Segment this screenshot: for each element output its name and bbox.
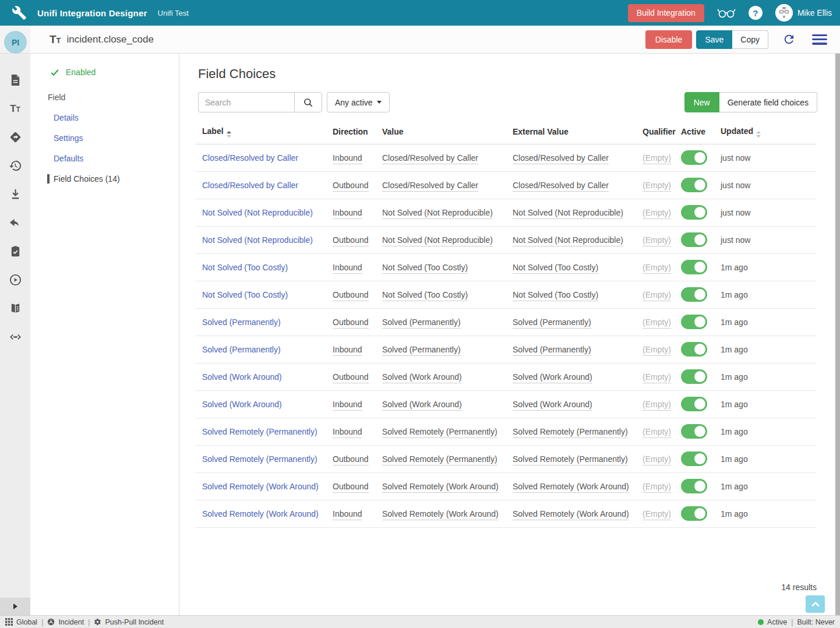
value-cell[interactable]: Not Solved (Not Reproducible) bbox=[382, 208, 493, 219]
help-icon[interactable]: ? bbox=[749, 6, 763, 20]
direction-cell[interactable]: Outbound bbox=[333, 290, 369, 301]
value-cell[interactable]: Solved (Permanently) bbox=[382, 345, 461, 356]
value-cell[interactable]: Not Solved (Too Costly) bbox=[382, 290, 468, 301]
qualifier-cell[interactable]: (Empty) bbox=[643, 400, 671, 411]
external-value-cell[interactable]: Not Solved (Too Costly) bbox=[513, 290, 598, 301]
external-value-cell[interactable]: Closed/Resolved by Caller bbox=[513, 153, 609, 164]
active-toggle[interactable] bbox=[681, 232, 707, 247]
qualifier-cell[interactable]: (Empty) bbox=[643, 509, 671, 520]
direction-cell[interactable]: Inbound bbox=[333, 263, 362, 274]
col-header-qualifier[interactable]: Qualifier bbox=[636, 119, 674, 144]
active-toggle[interactable] bbox=[681, 451, 707, 466]
qualifier-cell[interactable]: (Empty) bbox=[643, 208, 671, 219]
scroll-to-top-button[interactable] bbox=[806, 595, 825, 613]
hamburger-menu-icon[interactable] bbox=[812, 34, 827, 45]
qualifier-cell[interactable]: (Empty) bbox=[643, 317, 671, 329]
new-button[interactable]: New bbox=[684, 92, 719, 112]
active-toggle[interactable] bbox=[681, 150, 707, 165]
external-value-cell[interactable]: Not Solved (Not Reproducible) bbox=[513, 235, 623, 246]
active-filter-dropdown[interactable]: Any active bbox=[327, 92, 390, 112]
active-toggle[interactable] bbox=[681, 260, 707, 274]
integration-avatar[interactable]: PI bbox=[4, 31, 27, 54]
external-value-cell[interactable]: Solved Remotely (Permanently) bbox=[513, 427, 628, 438]
label-link[interactable]: Not Solved (Not Reproducible) bbox=[202, 208, 313, 217]
label-link[interactable]: Solved (Permanently) bbox=[202, 317, 281, 327]
direction-cell[interactable]: Outbound bbox=[333, 235, 369, 246]
active-toggle[interactable] bbox=[681, 479, 707, 493]
direction-cell[interactable]: Inbound bbox=[333, 345, 362, 356]
external-value-cell[interactable]: Closed/Resolved by Caller bbox=[513, 181, 609, 192]
col-header-direction[interactable]: Direction bbox=[326, 119, 375, 144]
active-toggle[interactable] bbox=[681, 369, 707, 384]
value-cell[interactable]: Not Solved (Too Costly) bbox=[382, 263, 468, 274]
process-segment[interactable]: Push-Pull Incident bbox=[94, 618, 164, 626]
value-cell[interactable]: Not Solved (Not Reproducible) bbox=[382, 235, 493, 246]
nav-item-settings[interactable]: Settings bbox=[48, 133, 179, 143]
code-icon[interactable] bbox=[9, 330, 22, 344]
active-toggle[interactable] bbox=[681, 506, 707, 521]
active-toggle[interactable] bbox=[681, 287, 707, 302]
direction-cell[interactable]: Inbound bbox=[333, 509, 362, 520]
active-toggle[interactable] bbox=[681, 424, 707, 439]
application-segment[interactable]: Incident bbox=[47, 618, 84, 626]
documentation-icon[interactable] bbox=[9, 302, 22, 315]
value-cell[interactable]: Solved Remotely (Permanently) bbox=[382, 427, 497, 438]
value-cell[interactable]: Closed/Resolved by Caller bbox=[382, 181, 478, 192]
label-link[interactable]: Solved (Work Around) bbox=[202, 400, 282, 409]
direction-cell[interactable]: Inbound bbox=[333, 208, 362, 219]
nav-item-field-choices[interactable]: Field Choices (14) bbox=[47, 174, 179, 184]
vertical-scrollbar[interactable] bbox=[835, 54, 840, 615]
label-link[interactable]: Solved (Work Around) bbox=[202, 372, 282, 382]
external-value-cell[interactable]: Solved (Work Around) bbox=[513, 372, 592, 383]
reply-icon[interactable] bbox=[9, 216, 22, 230]
direction-cell[interactable]: Outbound bbox=[333, 482, 369, 493]
external-value-cell[interactable]: Solved (Work Around) bbox=[513, 400, 592, 411]
generate-field-choices-button[interactable]: Generate field choices bbox=[719, 92, 817, 112]
typography-icon[interactable]: TT bbox=[10, 102, 20, 115]
play-icon[interactable] bbox=[9, 273, 22, 287]
qualifier-cell[interactable]: (Empty) bbox=[643, 427, 671, 438]
label-link[interactable]: Solved Remotely (Work Around) bbox=[202, 509, 319, 518]
save-button[interactable]: Save bbox=[696, 30, 732, 49]
qualifier-cell[interactable]: (Empty) bbox=[643, 263, 671, 274]
qualifier-cell[interactable]: (Empty) bbox=[643, 345, 671, 356]
direction-cell[interactable]: Outbound bbox=[333, 454, 369, 465]
scope-segment[interactable]: Global bbox=[5, 618, 37, 626]
tasks-icon[interactable] bbox=[9, 245, 22, 258]
value-cell[interactable]: Solved (Work Around) bbox=[382, 372, 462, 383]
qualifier-cell[interactable]: (Empty) bbox=[643, 372, 671, 383]
nav-item-defaults[interactable]: Defaults bbox=[48, 154, 179, 163]
qualifier-cell[interactable]: (Empty) bbox=[643, 482, 671, 493]
col-header-value[interactable]: Value bbox=[375, 119, 506, 144]
label-link[interactable]: Closed/Resolved by Caller bbox=[202, 153, 298, 163]
user-menu[interactable]: Mike Ellis bbox=[775, 4, 832, 22]
qualifier-cell[interactable]: (Empty) bbox=[643, 153, 671, 164]
col-header-active[interactable]: Active bbox=[674, 119, 714, 144]
collapse-sidebar-button[interactable] bbox=[0, 598, 30, 615]
search-button[interactable] bbox=[294, 92, 322, 112]
value-cell[interactable]: Solved Remotely (Permanently) bbox=[382, 454, 497, 465]
label-link[interactable]: Not Solved (Too Costly) bbox=[202, 290, 288, 299]
value-cell[interactable]: Solved Remotely (Work Around) bbox=[382, 509, 499, 520]
label-link[interactable]: Solved Remotely (Work Around) bbox=[202, 482, 319, 491]
direction-cell[interactable]: Inbound bbox=[333, 427, 362, 438]
active-toggle[interactable] bbox=[681, 315, 707, 329]
external-value-cell[interactable]: Not Solved (Too Costly) bbox=[513, 263, 598, 274]
preview-glasses-icon[interactable] bbox=[717, 6, 736, 19]
value-cell[interactable]: Solved (Work Around) bbox=[382, 400, 462, 411]
history-icon[interactable] bbox=[9, 159, 22, 172]
copy-button[interactable]: Copy bbox=[732, 30, 768, 49]
document-icon[interactable] bbox=[9, 73, 22, 87]
refresh-icon[interactable] bbox=[782, 33, 796, 46]
active-toggle[interactable] bbox=[681, 397, 707, 411]
label-link[interactable]: Not Solved (Not Reproducible) bbox=[202, 235, 313, 245]
direction-cell[interactable]: Outbound bbox=[333, 317, 369, 329]
active-toggle[interactable] bbox=[681, 342, 707, 357]
external-value-cell[interactable]: Solved (Permanently) bbox=[513, 317, 591, 329]
direction-cell[interactable]: Inbound bbox=[333, 400, 362, 411]
direction-cell[interactable]: Outbound bbox=[333, 372, 369, 383]
label-link[interactable]: Solved Remotely (Permanently) bbox=[202, 454, 317, 464]
qualifier-cell[interactable]: (Empty) bbox=[643, 290, 671, 301]
build-integration-button[interactable]: Build Integration bbox=[628, 4, 704, 22]
external-value-cell[interactable]: Solved Remotely (Permanently) bbox=[513, 454, 628, 465]
